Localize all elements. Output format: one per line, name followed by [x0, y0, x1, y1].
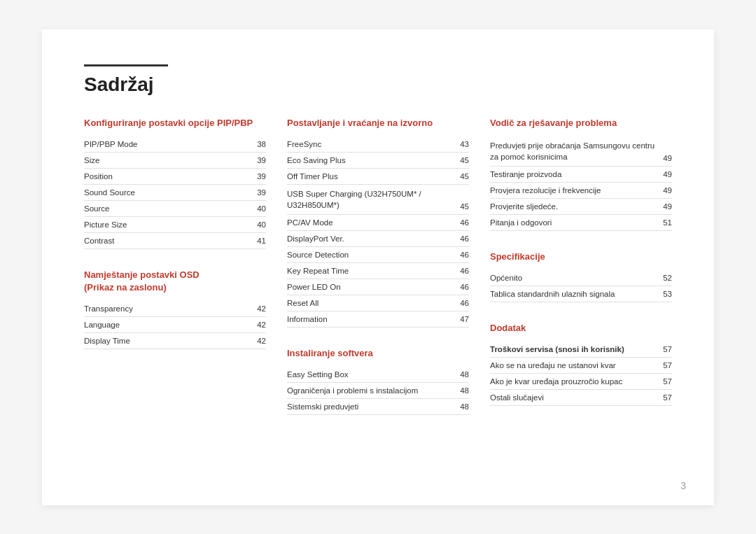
col-3: Vodič za rješavanje problema Preduvjeti …	[490, 117, 672, 435]
list-item: Eco Saving Plus45	[287, 153, 469, 169]
list-item: Size39	[84, 153, 266, 169]
list-item: Ograničenja i problemi s instalacijom48	[287, 383, 469, 399]
list-item: Ostali slučajevi57	[490, 390, 672, 406]
list-item: Testiranje proizvoda49	[490, 167, 672, 183]
vodic-list: Preduvjeti prije obraćanja Samsungovu ce…	[490, 136, 672, 231]
list-item: Tablica standardnih ulaznih signala53	[490, 286, 672, 302]
list-item: Ako je kvar uređaja prouzročio kupac57	[490, 374, 672, 390]
section-dodatak-title: Dodatak	[490, 322, 672, 335]
toc-columns: Konfiguriranje postavki opcije PIP/PBP P…	[84, 117, 672, 435]
osd-list: Transparency42Language42Display Time42	[84, 301, 266, 349]
list-item: Preduvjeti prije obraćanja Samsungovu ce…	[490, 136, 672, 167]
list-item: Information47	[287, 311, 469, 328]
list-item: Power LED On46	[287, 279, 469, 295]
list-item: FreeSync43	[287, 136, 469, 153]
install-list: Easy Setting Box48Ograničenja i problemi…	[287, 367, 469, 415]
list-item: Provjerite sljedeće.49	[490, 199, 672, 215]
section-pip-title: Konfiguriranje postavki opcije PIP/PBP	[84, 117, 266, 129]
section-vodic-title: Vodič za rješavanje problema	[490, 117, 672, 129]
list-item: Position39	[84, 169, 266, 185]
spec-list: Općenito52Tablica standardnih ulaznih si…	[490, 270, 672, 302]
page-number: 3	[680, 480, 686, 491]
list-item: USB Super Charging (U32H750UM* / U32H850…	[287, 185, 469, 215]
list-item: Reset All46	[287, 295, 469, 311]
col-1: Konfiguriranje postavki opcije PIP/PBP P…	[84, 117, 287, 435]
post-list: FreeSync43Eco Saving Plus45Off Timer Plu…	[287, 136, 469, 328]
section-spec-title: Specifikacije	[490, 251, 672, 263]
list-item: Language42	[84, 317, 266, 333]
list-item: Key Repeat Time46	[287, 263, 469, 279]
page: Sadržaj Konfiguriranje postavki opcije P…	[42, 29, 714, 505]
list-item: Source Detection46	[287, 247, 469, 263]
section-install-title: Instaliranje softvera	[287, 347, 469, 360]
list-item: PIP/PBP Mode38	[84, 136, 266, 153]
list-item: Picture Size40	[84, 217, 266, 233]
list-item: PC/AV Mode46	[287, 215, 469, 231]
list-item: Transparency42	[84, 301, 266, 317]
page-title: Sadržaj	[84, 73, 672, 96]
list-item: Easy Setting Box48	[287, 367, 469, 383]
pip-list: PIP/PBP Mode38Size39Position39Sound Sour…	[84, 136, 266, 249]
list-item: Troškovi servisa (snosi ih korisnik)57	[490, 342, 672, 358]
col-2: Postavljanje i vraćanje na izvorno FreeS…	[287, 117, 490, 435]
list-item: Sound Source39	[84, 185, 266, 201]
section-osd-title: Namještanje postavki OSD(Prikaz na zaslo…	[84, 269, 266, 294]
dodatak-list: Troškovi servisa (snosi ih korisnik)57Ak…	[490, 342, 672, 406]
section-post-title: Postavljanje i vraćanje na izvorno	[287, 117, 469, 129]
list-item: Ako se na uređaju ne ustanovi kvar57	[490, 358, 672, 374]
list-item: Off Timer Plus45	[287, 169, 469, 185]
list-item: Display Time42	[84, 333, 266, 349]
list-item: Contrast41	[84, 233, 266, 249]
list-item: Sistemski preduvjeti48	[287, 399, 469, 415]
list-item: Provjera rezolucije i frekvencije49	[490, 183, 672, 199]
list-item: Općenito52	[490, 270, 672, 286]
list-item: Pitanja i odgovori51	[490, 215, 672, 231]
title-bar	[84, 64, 168, 66]
list-item: DisplayPort Ver.46	[287, 231, 469, 247]
list-item: Source40	[84, 201, 266, 217]
